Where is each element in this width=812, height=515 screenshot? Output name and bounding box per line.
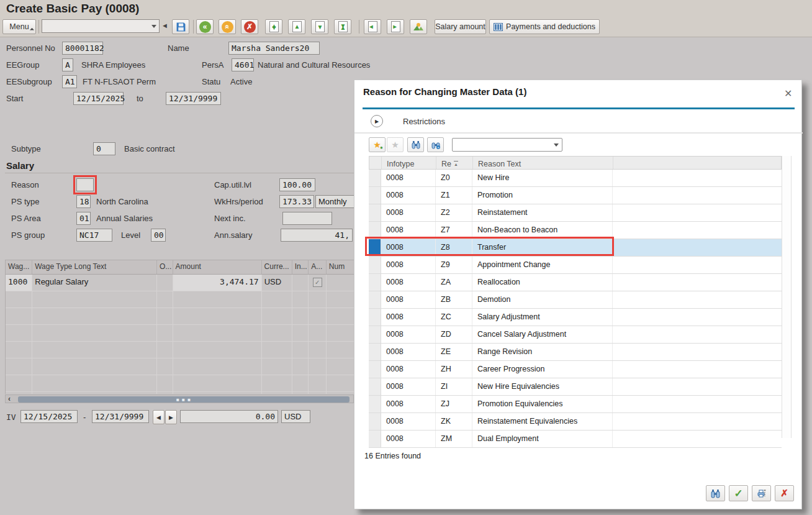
col-in[interactable]: In... [292, 260, 309, 274]
dialog-vertical-scrollbar[interactable] [782, 156, 792, 438]
reason-row-ZC[interactable]: 0008ZCSalary Adjustment [369, 309, 782, 326]
col-a[interactable]: A... [309, 260, 327, 274]
currency-cell[interactable]: USD [262, 275, 292, 291]
row-selector[interactable] [369, 170, 381, 186]
subtype-field[interactable]: 0 [93, 142, 115, 155]
row-selector[interactable] [369, 361, 381, 378]
wage-table-row[interactable]: 1000 Regular Salary 3,474.17 USD ✓ [6, 275, 354, 291]
save-button[interactable] [172, 19, 189, 34]
selector-header[interactable] [369, 157, 382, 169]
o-cell[interactable] [157, 275, 173, 291]
last-record-button[interactable]: ▼▲ [334, 19, 351, 34]
menu-button[interactable]: Menu [2, 19, 36, 34]
reason-row-Z0[interactable]: 0008Z0New Hire [369, 170, 782, 187]
restrictions-expand-button[interactable]: ▶ [371, 115, 383, 127]
dialog-close-icon[interactable]: ✕ [784, 88, 792, 99]
cap-util-field[interactable]: 100.00 [279, 178, 315, 191]
col-long-text[interactable]: Wage Type Long Text [32, 260, 157, 274]
dialog-find-button[interactable] [706, 485, 725, 501]
dialog-accept-button[interactable]: ✓ [729, 485, 748, 501]
row-selector[interactable] [369, 413, 381, 430]
reason-row-ZB[interactable]: 0008ZBDemotion [369, 291, 782, 309]
reason-row-ZK[interactable]: 0008ZKReinstatement Equivalencies [369, 413, 782, 431]
find-button[interactable] [407, 137, 424, 152]
scrollbar-thumb[interactable]: ■ ■ ■ [18, 396, 350, 403]
dialog-print-button[interactable] [752, 485, 771, 501]
level-field[interactable]: 00 [151, 229, 166, 242]
reason-row-Z2[interactable]: 0008Z2Reinstatement [369, 204, 782, 222]
row-selector[interactable] [369, 396, 381, 412]
col-o[interactable]: O... [157, 260, 173, 274]
next-person-button[interactable]: ▸ [387, 19, 404, 34]
previous-person-button[interactable]: ◂ [364, 19, 381, 34]
start-date-field[interactable]: 12/15/2025 [73, 92, 124, 105]
wkhrs-field[interactable]: 173.33 [279, 195, 314, 208]
amount-cell[interactable]: 3,474.17 [173, 275, 262, 291]
wage-table-empty-row[interactable] [6, 375, 354, 392]
wage-type-cell[interactable]: 1000 [6, 275, 32, 291]
checked-checkbox-icon[interactable]: ✓ [313, 278, 322, 287]
first-record-button[interactable]: ▲▼ [265, 19, 282, 34]
reason-row-ZJ[interactable]: 0008ZJPromotion Equivalencies [369, 396, 782, 413]
row-selector[interactable] [369, 239, 381, 256]
dialog-cancel-button[interactable]: ✗ [775, 485, 794, 501]
end-date-field[interactable]: 12/31/9999 [166, 92, 221, 105]
wage-table-empty-row[interactable] [6, 308, 354, 325]
scroll-left-icon[interactable]: ‹ [8, 394, 11, 403]
wage-table-empty-row[interactable] [6, 392, 354, 394]
reason-row-Z8-selected[interactable]: 0008Z8Transfer [369, 239, 782, 257]
iv-currency-field[interactable]: USD [281, 410, 310, 423]
col-amount[interactable]: Amount [173, 260, 262, 274]
iv-next-button[interactable]: ▶ [165, 410, 177, 424]
next-record-button[interactable]: ▼ [311, 19, 328, 34]
col-reason-text[interactable]: Reason Text [473, 157, 613, 169]
reason-row-Z7[interactable]: 0008Z7Non-Beacon to Beacon [369, 222, 782, 239]
col-num[interactable]: Num [327, 260, 354, 274]
cancel-button[interactable]: ✗ [241, 19, 258, 34]
row-selector[interactable] [369, 344, 381, 360]
in-cell[interactable] [292, 275, 309, 291]
reason-row-Z9[interactable]: 0008Z9Appointment Change [369, 257, 782, 274]
reason-row-ZE[interactable]: 0008ZERange Revision [369, 344, 782, 361]
reason-field[interactable] [76, 178, 94, 191]
row-selector[interactable] [369, 431, 381, 447]
previous-record-button[interactable]: ▲ [288, 19, 305, 34]
col-infotype[interactable]: Infotype [382, 157, 436, 169]
row-selector[interactable] [369, 274, 381, 291]
col-wage-type[interactable]: Wag... [6, 260, 32, 274]
col-currency[interactable]: Curre... [262, 260, 292, 274]
ps-group-field[interactable]: NC17 [76, 229, 112, 242]
reason-row-ZH[interactable]: 0008ZHCareer Progression [369, 361, 782, 378]
ann-salary-field[interactable]: 41, [281, 229, 353, 242]
wage-table-empty-row[interactable] [6, 358, 354, 375]
row-selector[interactable] [369, 187, 381, 204]
ps-area-field[interactable]: 01 [76, 212, 91, 225]
iv-amount-field[interactable]: 0.00 [180, 410, 278, 423]
a-cell[interactable]: ✓ [309, 275, 326, 291]
reason-row-ZM[interactable]: 0008ZMDual Employment [369, 431, 782, 448]
row-selector[interactable] [369, 378, 381, 395]
row-selector[interactable] [369, 222, 381, 239]
back-button[interactable]: « [196, 19, 214, 34]
salary-amount-button[interactable]: Salary amount [435, 19, 486, 34]
long-text-cell[interactable]: Regular Salary [32, 275, 157, 291]
row-selector[interactable] [369, 204, 381, 221]
row-selector[interactable] [369, 291, 381, 308]
row-selector[interactable] [369, 326, 381, 343]
wage-table-empty-row[interactable] [6, 325, 354, 342]
name-field[interactable]: Marsha Sanders20 [228, 42, 320, 55]
eesubgroup-field[interactable]: A1 [62, 75, 77, 88]
reason-row-ZI[interactable]: 0008ZINew Hire Equivalencies [369, 378, 782, 396]
persa-field[interactable]: 4601 [232, 58, 254, 71]
row-selector[interactable] [369, 309, 381, 326]
ps-type-field[interactable]: 18 [76, 195, 91, 208]
iv-from-field[interactable]: 12/15/2025 [20, 410, 78, 423]
wage-table-empty-row[interactable] [6, 291, 354, 308]
find-next-button[interactable]: + [427, 137, 444, 152]
num-cell[interactable] [327, 275, 354, 291]
exit-button[interactable]: « [219, 19, 236, 34]
dialog-filter-combobox[interactable] [452, 138, 562, 152]
iv-to-field[interactable]: 12/31/9999 [92, 410, 149, 423]
command-combobox[interactable] [42, 19, 160, 33]
collapse-toolbar-icon[interactable]: ◄ [161, 22, 168, 29]
